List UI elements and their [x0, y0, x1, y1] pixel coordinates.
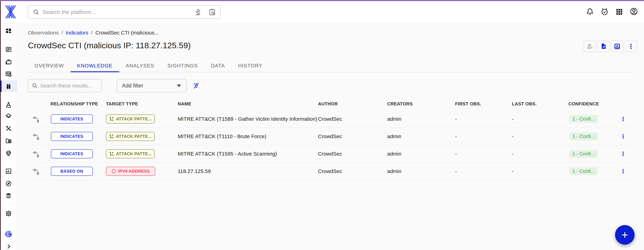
- results-search-placeholder: Search these results...: [40, 83, 92, 89]
- hexagon-icon: [112, 169, 116, 174]
- col-name[interactable]: NAME: [178, 101, 191, 106]
- target-type-chip: ATTACK PATTE...: [106, 132, 155, 141]
- row-more-button[interactable]: [618, 128, 628, 145]
- alarm-check-icon[interactable]: [600, 7, 609, 16]
- add-filter-label: Add filter: [122, 82, 143, 89]
- window-edge-strip: [0, 0, 1, 250]
- relationship-curve-icon: [32, 128, 40, 145]
- sidebar-item-xtm-hub[interactable]: [0, 228, 17, 240]
- table-row[interactable]: INDICATES ATTACK PATTE... MITRE ATT&CK (…: [17, 110, 644, 128]
- row-creators: admin: [387, 110, 402, 128]
- chevron-down-icon: [177, 84, 181, 87]
- timetable-icon: [5, 70, 12, 77]
- enrichment-button[interactable]: [584, 40, 596, 52]
- table-row[interactable]: INDICATES ATTACK PATTE... MITRE ATT&CK (…: [17, 128, 644, 145]
- attack-pattern-icon: [109, 116, 114, 122]
- sidebar-item-cases[interactable]: [0, 56, 17, 68]
- sidebar-item-expand[interactable]: [0, 241, 17, 250]
- clear-filters-icon[interactable]: [192, 82, 200, 90]
- sidebar-item-dashboards[interactable]: [0, 166, 17, 177]
- col-last-obs[interactable]: LAST OBS.: [512, 101, 537, 106]
- create-relationship-fab[interactable]: +: [615, 225, 634, 244]
- apps-grid-icon[interactable]: [615, 7, 624, 16]
- sidebar-item-home[interactable]: [0, 25, 17, 36]
- topbar: Search the platform...: [0, 0, 644, 24]
- main-content: Observations / Indicators / CrowdSec CTI…: [17, 24, 644, 250]
- binoculars-icon: [5, 83, 12, 90]
- row-name: MITRE ATT&CK (T1110 - Brute Force): [178, 128, 266, 145]
- table-row[interactable]: INDICATES ATTACK PATTE... MITRE ATT&CK (…: [17, 145, 644, 162]
- tab-overview[interactable]: OVERVIEW: [28, 59, 70, 72]
- col-target-type[interactable]: TARGET TYPE: [106, 101, 138, 106]
- row-name: MITRE ATT&CK (T1589 - Gather Victim Iden…: [178, 110, 317, 128]
- platform-search-placeholder: Search the platform...: [42, 9, 194, 15]
- account-icon[interactable]: [630, 7, 638, 16]
- database-icon: [5, 192, 12, 199]
- row-more-button[interactable]: [618, 145, 628, 162]
- confidence-chip: 1 - Confi...: [570, 115, 598, 123]
- tabs-divider: [28, 72, 636, 72]
- col-confidence[interactable]: CONFIDENCE: [568, 101, 599, 106]
- results-search-input[interactable]: Search these results...: [28, 79, 102, 92]
- sidebar-item-analyses[interactable]: [0, 44, 17, 55]
- file-export-icon: [600, 43, 607, 50]
- row-author: CrowdSec: [318, 110, 342, 128]
- tab-analyses[interactable]: ANALYSES: [119, 59, 161, 72]
- relationship-type-chip: INDICATES: [51, 132, 93, 141]
- tab-sightings[interactable]: SIGHTINGS: [161, 59, 204, 72]
- more-button[interactable]: [625, 40, 637, 52]
- sidebar-item-events[interactable]: [0, 68, 17, 80]
- archive-download-icon: [614, 43, 620, 50]
- sidebar-item-data[interactable]: [0, 190, 17, 202]
- sidebar-item-entities[interactable]: [0, 135, 17, 146]
- notifications-bell-icon[interactable]: [586, 7, 594, 16]
- export-button[interactable]: [597, 40, 610, 52]
- microscope-icon[interactable]: [194, 8, 202, 16]
- download-button[interactable]: [611, 40, 623, 52]
- row-name: MITRE ATT&CK (T1595 - Active Scanning): [178, 145, 277, 162]
- row-last-obs: -: [512, 162, 514, 180]
- left-sidebar: [0, 24, 17, 250]
- col-author[interactable]: AUTHOR: [318, 101, 338, 106]
- sidebar-item-locations[interactable]: [0, 148, 17, 159]
- row-name: 118.27.125.59: [178, 162, 211, 180]
- sidebar-item-techniques[interactable]: [0, 123, 17, 134]
- sidebar-item-arsenal[interactable]: [0, 110, 17, 122]
- row-creators: admin: [387, 128, 402, 145]
- kebab-icon: [628, 44, 634, 49]
- tab-data[interactable]: DATA: [204, 59, 232, 72]
- breadcrumb-current: CrowdSec CTI (malicious...: [96, 30, 159, 36]
- confidence-chip: 1 - Confi...: [570, 167, 598, 175]
- attack-pattern-icon: [109, 152, 114, 156]
- tab-knowledge[interactable]: KNOWLEDGE: [70, 59, 119, 72]
- row-more-button[interactable]: [618, 110, 628, 128]
- target-type-chip: ATTACK PATTE...: [106, 149, 155, 158]
- flask-icon: [5, 102, 12, 108]
- row-first-obs: -: [455, 128, 457, 145]
- breadcrumb-observations[interactable]: Observations: [28, 30, 59, 36]
- row-first-obs: -: [455, 110, 457, 128]
- tab-history[interactable]: HISTORY: [232, 59, 269, 72]
- sidebar-item-settings[interactable]: [0, 208, 17, 219]
- platform-search[interactable]: Search the platform...: [28, 5, 221, 19]
- col-relationship-type[interactable]: RELATIONSHIP TYPE: [50, 101, 98, 106]
- attack-pattern-icon: [109, 134, 114, 139]
- clipboard-search-icon[interactable]: [208, 8, 216, 16]
- sidebar-item-observations[interactable]: [0, 80, 17, 92]
- sidebar-item-threats[interactable]: [0, 99, 17, 110]
- sidebar-item-investigations[interactable]: [0, 178, 17, 189]
- compass-icon: [5, 180, 12, 187]
- col-first-obs[interactable]: FIRST OBS.: [455, 101, 481, 106]
- folder-table-icon: [5, 138, 12, 144]
- row-more-button[interactable]: [618, 162, 628, 180]
- table-row[interactable]: BASED ON IPV4 ADDRESS 118.27.125.59 Crow…: [17, 162, 644, 180]
- breadcrumb-indicators-link[interactable]: Indicators: [66, 30, 88, 36]
- row-creators: admin: [387, 162, 402, 180]
- gear-icon: [5, 210, 12, 217]
- relationship-type-chip: BASED ON: [51, 167, 93, 176]
- col-creators[interactable]: CREATORS: [387, 101, 413, 106]
- globe-model-icon: [5, 150, 12, 156]
- opencti-logo[interactable]: [4, 5, 17, 18]
- relationship-curve-icon: [32, 145, 40, 162]
- add-filter-select[interactable]: Add filter: [117, 79, 186, 92]
